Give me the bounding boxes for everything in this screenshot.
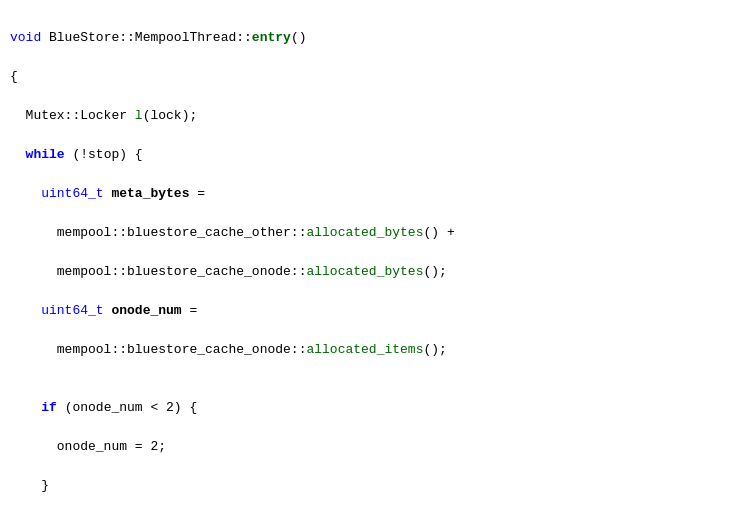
line-1: void BlueStore::MempoolThread::entry() xyxy=(10,28,722,48)
line-11: if (onode_num < 2) { xyxy=(10,398,722,418)
line-4: while (!stop) { xyxy=(10,145,722,165)
line-6: mempool::bluestore_cache_other::allocate… xyxy=(10,223,722,243)
line-7: mempool::bluestore_cache_onode::allocate… xyxy=(10,262,722,282)
line-3: Mutex::Locker l(lock); xyxy=(10,106,722,126)
line-8: uint64_t onode_num = xyxy=(10,301,722,321)
line-5: uint64_t meta_bytes = xyxy=(10,184,722,204)
code-viewer: void BlueStore::MempoolThread::entry() {… xyxy=(10,8,722,524)
line-9: mempool::bluestore_cache_onode::allocate… xyxy=(10,340,722,360)
line-13: } xyxy=(10,476,722,496)
line-12: onode_num = 2; xyxy=(10,437,722,457)
line-2: { xyxy=(10,67,722,87)
